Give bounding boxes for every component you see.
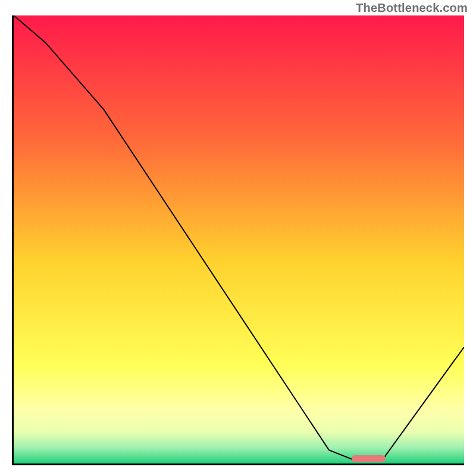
optimal-marker xyxy=(352,455,386,462)
plot-area xyxy=(12,15,464,465)
curve-path xyxy=(14,15,464,459)
bottleneck-curve xyxy=(14,15,464,464)
attribution-text: TheBottleneck.com xyxy=(356,1,468,15)
